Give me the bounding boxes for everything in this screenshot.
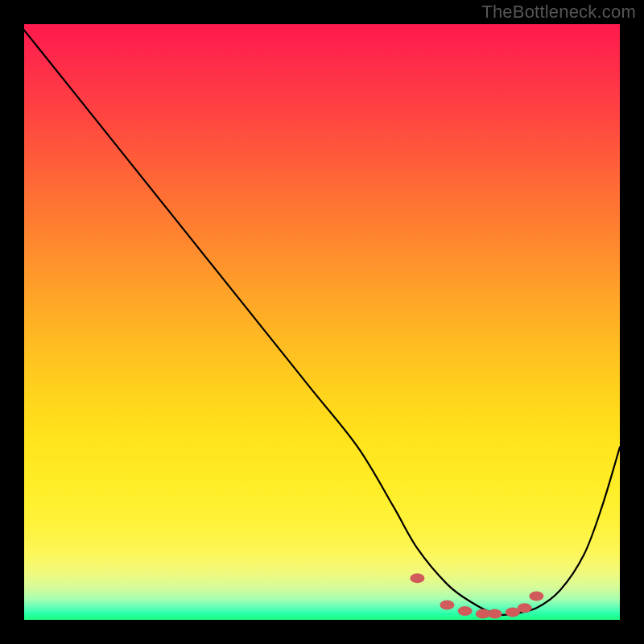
highlight-dot	[458, 606, 473, 616]
highlight-dot	[488, 609, 502, 619]
highlight-dot	[529, 591, 543, 601]
highlight-dot	[440, 601, 454, 610]
chart-container: TheBottleneck.com	[0, 0, 644, 644]
curve-layer-svg	[24, 24, 620, 620]
watermark-text: TheBottleneck.com	[481, 2, 636, 23]
plot-area	[24, 24, 620, 620]
bottleneck-curve	[24, 30, 620, 615]
bottom-dots-group	[410, 573, 543, 618]
highlight-dot	[518, 603, 532, 613]
highlight-dot	[410, 573, 424, 583]
